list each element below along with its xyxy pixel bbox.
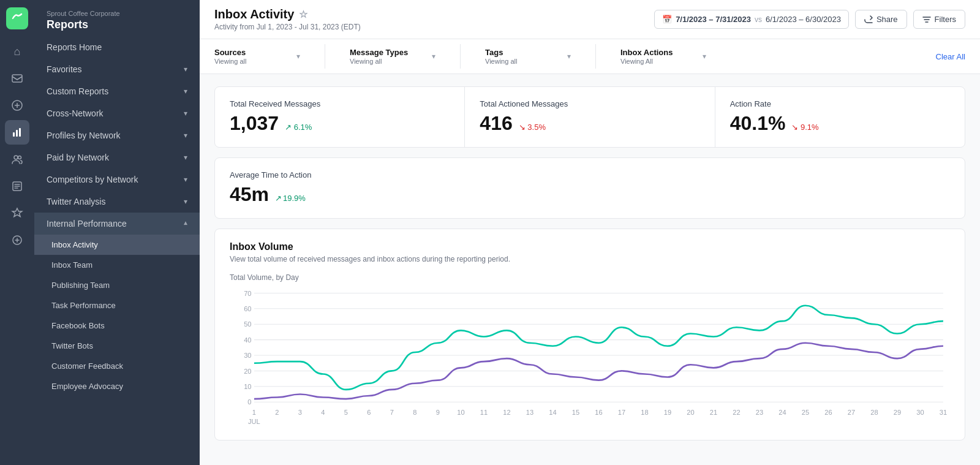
chart-container: 0102030405060701234567891011121314151617… <box>230 287 950 428</box>
filter-bar: Sources Viewing all ▾ Message Types View… <box>200 39 980 74</box>
sub-nav-inbox-team[interactable]: Inbox Team <box>34 255 200 275</box>
svg-text:70: 70 <box>244 290 251 297</box>
svg-text:11: 11 <box>480 409 488 416</box>
clear-all-button[interactable]: Clear All <box>936 52 965 61</box>
svg-text:1: 1 <box>252 409 256 416</box>
stat-label: Total Actioned Messages <box>480 99 699 108</box>
chart-card: Inbox Volume View total volume of receiv… <box>214 229 965 440</box>
svg-text:5: 5 <box>344 409 348 416</box>
tags-filter[interactable]: Tags Viewing all ▾ <box>485 39 571 74</box>
paid-chevron: ▾ <box>184 153 187 162</box>
inbox-actions-filter[interactable]: Inbox Actions Viewing All ▾ <box>620 39 706 74</box>
nav-paid-by-network[interactable]: Paid by Network ▾ <box>34 146 200 168</box>
svg-text:24: 24 <box>778 409 786 416</box>
svg-text:40: 40 <box>244 336 251 344</box>
sub-nav-facebook-bots[interactable]: Facebook Bots <box>34 316 200 336</box>
main-body: Total Received Messages 1,037 ↗ 6.1% Tot… <box>200 74 980 465</box>
reports-nav-icon[interactable] <box>5 120 29 145</box>
stat-card: Total Actioned Messages 416 ↘ 3.5% <box>465 87 715 147</box>
nav-profiles-by-network[interactable]: Profiles by Network ▾ <box>34 124 200 146</box>
svg-point-5 <box>14 156 18 159</box>
stat-label: Action Rate <box>730 99 950 108</box>
svg-text:25: 25 <box>802 409 809 416</box>
internal-chevron: ▾ <box>184 219 187 228</box>
stat-value: 416 <box>480 112 512 135</box>
inbox-nav-icon[interactable] <box>5 66 29 91</box>
svg-text:0: 0 <box>247 399 251 406</box>
message-types-chevron: ▾ <box>432 52 435 61</box>
svg-text:10: 10 <box>457 409 464 416</box>
svg-text:17: 17 <box>618 409 625 416</box>
section-title: Reports <box>47 18 187 31</box>
nav-cross-network[interactable]: Cross-Network ▾ <box>34 102 200 124</box>
inbox-actions-chevron: ▾ <box>703 52 706 61</box>
filters-button[interactable]: Filters <box>913 10 965 29</box>
share-button[interactable]: Share <box>855 10 907 29</box>
nav-reports-home[interactable]: Reports Home <box>34 36 200 58</box>
sub-nav-employee-advocacy[interactable]: Employee Advocacy <box>34 376 200 396</box>
stat-label: Total Received Messages <box>230 99 450 108</box>
chart-axis-label: Total Volume, by Day <box>230 273 950 282</box>
nav-internal-performance[interactable]: Internal Performance ▾ <box>34 213 200 235</box>
svg-text:26: 26 <box>824 409 832 416</box>
favorite-star-icon[interactable]: ☆ <box>299 9 307 20</box>
svg-text:16: 16 <box>595 409 602 416</box>
favorites-chevron: ▾ <box>184 65 187 74</box>
main-content: Inbox Activity ☆ Activity from Jul 1, 20… <box>200 0 980 465</box>
nav-custom-reports[interactable]: Custom Reports ▾ <box>34 80 200 102</box>
top-bar-left: Inbox Activity ☆ Activity from Jul 1, 20… <box>214 7 361 31</box>
svg-rect-4 <box>19 128 21 137</box>
stat-change: ↗ 6.1% <box>285 123 312 132</box>
nav-favorites[interactable]: Favorites ▾ <box>34 58 200 80</box>
svg-text:60: 60 <box>244 305 251 312</box>
share-icon <box>864 15 873 24</box>
plug-nav-icon[interactable] <box>5 228 29 252</box>
icon-sidebar: ⌂ <box>0 0 34 465</box>
avg-time-card: Average Time to Action 45m ↗ 19.9% <box>214 157 965 219</box>
sub-nav-inbox-activity[interactable]: Inbox Activity <box>34 235 200 255</box>
people-nav-icon[interactable] <box>5 147 29 172</box>
svg-text:22: 22 <box>733 409 740 416</box>
stat-card: Action Rate 40.1% ↘ 9.1% <box>715 87 965 147</box>
sub-nav-publishing-team[interactable]: Publishing Team <box>34 275 200 295</box>
sub-nav-twitter-bots[interactable]: Twitter Bots <box>34 336 200 356</box>
date-range-button[interactable]: 📅 7/1/2023 – 7/31/2023 vs 6/1/2023 – 6/3… <box>654 10 849 29</box>
tasks-nav-icon[interactable] <box>5 174 29 198</box>
svg-rect-0 <box>12 75 22 82</box>
chart-title: Inbox Volume <box>230 241 950 252</box>
nav-competitors[interactable]: Competitors by Network ▾ <box>34 168 200 191</box>
avg-time-value-row: 45m ↗ 19.9% <box>230 183 950 206</box>
svg-text:50: 50 <box>244 321 251 328</box>
filter-divider-3 <box>595 44 596 69</box>
home-nav-icon[interactable]: ⌂ <box>5 39 29 64</box>
left-nav: Sprout Coffee Corporate Reports Reports … <box>34 0 200 465</box>
custom-reports-chevron: ▾ <box>184 87 187 96</box>
publish-nav-icon[interactable] <box>5 93 29 118</box>
nav-twitter-analysis[interactable]: Twitter Analysis ▾ <box>34 191 200 213</box>
svg-text:7: 7 <box>390 409 394 416</box>
message-types-filter[interactable]: Message Types Viewing all ▾ <box>350 39 435 74</box>
twitter-chevron: ▾ <box>184 197 187 206</box>
svg-text:28: 28 <box>870 409 878 416</box>
svg-rect-3 <box>16 130 18 137</box>
stat-change: ↘ 9.1% <box>791 123 818 132</box>
svg-text:19: 19 <box>664 409 671 416</box>
tags-chevron: ▾ <box>567 52 571 61</box>
star-nav-icon[interactable] <box>5 201 29 225</box>
svg-text:29: 29 <box>894 409 901 416</box>
svg-text:18: 18 <box>641 409 648 416</box>
nav-header: Sprout Coffee Corporate Reports <box>34 0 200 36</box>
svg-text:15: 15 <box>572 409 579 416</box>
svg-text:30: 30 <box>244 352 251 359</box>
sub-nav-task-performance[interactable]: Task Performance <box>34 295 200 316</box>
stat-value-row: 40.1% ↘ 9.1% <box>730 112 950 135</box>
filter-divider-1 <box>325 44 325 69</box>
sub-nav-customer-feedback[interactable]: Customer Feedback <box>34 356 200 376</box>
stat-value: 1,037 <box>230 112 279 135</box>
svg-text:12: 12 <box>503 409 510 416</box>
sources-filter[interactable]: Sources Viewing all ▾ <box>214 39 300 74</box>
svg-text:23: 23 <box>756 409 763 416</box>
svg-text:4: 4 <box>321 409 325 416</box>
filter-divider-2 <box>460 44 461 69</box>
cross-network-chevron: ▾ <box>184 109 187 118</box>
